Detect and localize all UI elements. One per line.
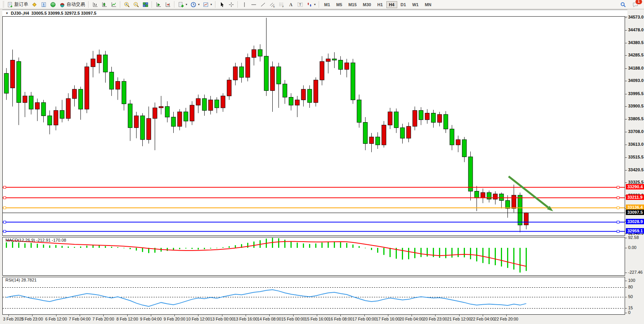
toolbar-separator (88, 1, 89, 8)
time-tick (56, 315, 56, 316)
timeframe-H4[interactable]: H4 (386, 1, 397, 8)
toolbar-separator (319, 1, 319, 8)
ohlc-values: 33005.5 33099.5 32972.5 33097.5 (31, 11, 96, 15)
new-order-button[interactable]: 新订单 (5, 0, 30, 9)
macd-label: MACD(12,26,9) -212.91 -170.08 (5, 238, 66, 242)
tile-windows-button[interactable] (141, 0, 150, 9)
time-tick (317, 315, 317, 316)
time-label: 17 Feb 16:00 (376, 317, 400, 321)
macd-tick (625, 273, 627, 273)
new-chart-button[interactable]: ▾ (176, 0, 189, 9)
candlestick-chart[interactable] (3, 17, 625, 235)
data-window-button[interactable] (39, 0, 48, 9)
horizontal-line-button[interactable] (249, 0, 258, 9)
zoom-out-button[interactable] (132, 0, 141, 9)
template-icon (203, 2, 209, 8)
time-tick (246, 315, 246, 316)
chart-shift-icon (165, 2, 171, 8)
svg-text:F: F (282, 5, 284, 8)
auto-scroll-button[interactable] (154, 0, 163, 9)
price-line-label: 33097.5 (626, 210, 644, 215)
time-label: 21 Feb 12:00 (447, 317, 471, 321)
chart-title-bar: ▼ DJ30-,H4 33005.5 33099.5 32972.5 33097… (2, 10, 627, 17)
autotrading-button[interactable]: 自动交易 (58, 0, 87, 9)
autotrading-button-label: 自动交易 (67, 1, 85, 8)
time-tick (364, 315, 365, 316)
time-label: 7 Feb 04:00 (69, 317, 91, 321)
trendline-button[interactable] (258, 0, 268, 9)
text-button[interactable]: A (286, 0, 296, 9)
time-tick (483, 315, 483, 316)
price-tick (625, 106, 627, 107)
time-tick (80, 315, 80, 316)
timeframe-M1[interactable]: M1 (321, 1, 333, 8)
price-tick-label: 33708.0 (628, 129, 644, 134)
time-label: 20 Feb 04:00 (400, 317, 424, 321)
cursor-button[interactable] (217, 0, 227, 9)
toolbar-grip (3, 1, 4, 8)
vertical-line-button[interactable] (240, 0, 249, 9)
macd-panel[interactable]: MACD(12,26,9) -212.91 -170.08 (2, 237, 625, 276)
main-chart[interactable] (2, 16, 625, 236)
timeframe-M30[interactable]: M30 (360, 1, 374, 8)
time-tick (127, 315, 128, 316)
candlestick-chart-button[interactable] (100, 0, 109, 9)
candlestick-chart-icon (101, 2, 108, 8)
arrows-button[interactable]: ▾ (305, 0, 317, 9)
text-icon: A (288, 2, 294, 8)
time-tick (340, 315, 341, 316)
timeframe-M15[interactable]: M15 (346, 1, 359, 8)
market-watch-button[interactable] (30, 0, 39, 9)
timeframe-MN[interactable]: MN (422, 1, 434, 8)
timeframe-H1[interactable]: H1 (374, 1, 385, 8)
timeframe-W1[interactable]: W1 (410, 1, 422, 8)
price-tick (625, 145, 627, 145)
price-tick (625, 94, 627, 94)
time-label: 22 Feb 04:00 (471, 317, 495, 321)
price-line-label: 33211.9 (626, 194, 644, 200)
macd-tick (625, 248, 627, 248)
navigator-button[interactable] (48, 0, 58, 9)
equidistant-channel-button[interactable]: E (268, 0, 277, 9)
time-label: 22 Feb 20:00 (494, 317, 518, 321)
rsi-tick (625, 308, 627, 309)
chart-shift-button[interactable] (163, 0, 173, 9)
time-tick (435, 315, 436, 316)
time-label: 16 Feb 08:00 (328, 317, 352, 321)
templates-button[interactable]: ▾ (201, 0, 214, 9)
time-label: 13 Feb 16:00 (234, 317, 258, 321)
rsi-tick (625, 287, 627, 288)
rsi-chart[interactable] (3, 277, 625, 314)
bar-chart-button[interactable] (91, 0, 100, 9)
crosshair-button[interactable] (227, 0, 236, 9)
timeframe-M5[interactable]: M5 (333, 1, 345, 8)
time-label: 7 Feb 20:00 (92, 317, 114, 321)
svg-text:E: E (273, 5, 275, 7)
collapse-arrow-icon[interactable]: ▼ (5, 12, 9, 15)
line-chart-icon (111, 2, 117, 8)
time-label: 17 Feb 00:00 (352, 317, 376, 321)
time-tick (103, 315, 104, 316)
rsi-label: RSI(14) 28.7821 (5, 278, 37, 282)
timeframe-D1[interactable]: D1 (398, 1, 409, 8)
price-axis[interactable]: 34573.034478.034380.534285.534188.034093… (625, 0, 644, 324)
time-tick (506, 315, 507, 316)
time-axis[interactable]: 3 Feb 20235 Feb 23:006 Feb 12:007 Feb 04… (2, 315, 625, 322)
line-chart-button[interactable] (109, 0, 118, 9)
macd-chart[interactable] (3, 237, 625, 275)
price-tick-label: 34478.0 (628, 27, 644, 32)
price-tick (625, 43, 627, 43)
time-label: 3 Feb 2023 (3, 317, 24, 321)
channel-icon: E (269, 2, 275, 8)
bar-chart-icon (92, 2, 98, 8)
arrows-icon (306, 2, 313, 8)
rsi-panel[interactable]: RSI(14) 28.7821 (2, 277, 625, 315)
dropdown-caret-icon: ▾ (198, 3, 200, 6)
time-tick (174, 315, 175, 316)
fibonacci-button[interactable]: F (277, 0, 286, 9)
zoom-in-button[interactable] (122, 0, 132, 9)
new-order-button-label: 新订单 (14, 1, 28, 8)
period-button[interactable]: ▾ (189, 0, 201, 9)
text-label-button[interactable]: T (296, 0, 305, 9)
time-label: 9 Feb 20:00 (164, 317, 185, 321)
